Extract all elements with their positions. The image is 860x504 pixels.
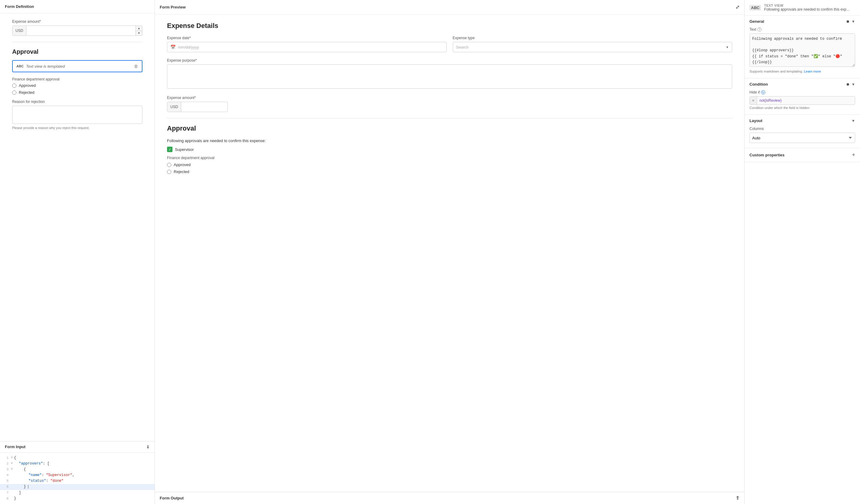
purpose-label: Expense purpose* [167,58,732,62]
form-preview-body: Expense Details Expense date* 📅 mm/dd/yy… [155,15,744,492]
columns-label-text: Columns [749,127,764,131]
form-input-panel: Form Input ⇓ 1 ∨ { 2 ∨ "approvers": [ 3 … [0,441,155,504]
general-chevron: ▼ [851,19,855,24]
rejection-label: Reason for rejection [12,100,142,104]
approval-section: Approval ABC Text view is templated 🗑 Fi… [12,48,142,130]
condition-chevron: ▼ [851,82,855,87]
currency-prefix: USD [12,26,26,35]
radio-rejected[interactable]: Rejected [12,90,142,95]
right-panel: ABC TEXT VIEW Following approvals are ne… [745,0,860,504]
rejection-helper: Please provide a reason why you reject t… [12,126,142,130]
approval-item-supervisor: ✓ Supervisor [167,147,732,152]
spinner-down[interactable]: ▼ [136,31,142,36]
calendar-icon: 📅 [170,45,175,49]
spinner-up[interactable]: ▲ [136,26,142,31]
purpose-textarea[interactable] [167,64,732,89]
right-panel-header-text: TEXT VIEW Following approvals are needed… [764,4,849,12]
radio-approved-input[interactable] [12,84,16,88]
text-view-type: TEXT VIEW [764,4,849,7]
radio-approved-preview[interactable]: Approved [167,162,732,167]
form-preview-title: Form Preview [160,5,186,10]
form-input-title: Form Input [5,445,26,449]
text-help-icon: ? [757,27,762,32]
hide-if-text: Hide if [749,90,760,95]
custom-props-header: Custom properties + [745,148,860,162]
form-input-header: Form Input ⇓ [0,442,155,453]
expense-details-title: Expense Details [167,22,732,30]
condition-controls: ▼ [847,82,855,87]
abc-badge: ABC [16,64,24,68]
text-view-block[interactable]: ABC Text view is templated 🗑 [12,60,142,72]
form-output-bar: Form Output ⇑ [155,492,744,504]
form-input-collapse[interactable]: ⇓ [146,445,150,449]
form-output-title: Form Output [160,496,184,500]
general-section: General ▼ Text ? Following approvals are… [745,15,860,78]
condition-section: Condition ▼ Hide if ↻ = not(isReview) Co… [745,78,860,115]
general-section-header[interactable]: General ▼ [745,15,860,27]
condition-body: Hide if ↻ = not(isReview) Condition unde… [745,90,860,114]
spinner-buttons: ▲ ▼ [135,26,142,35]
supports-text: Supports markdown and templating. Learn … [749,70,855,73]
amount-group-preview: Expense amount* USD ▲ ▼ [167,96,732,112]
check-icon: ✓ [167,147,172,152]
condition-input[interactable]: = not(isReview) [749,96,855,105]
code-line-2: 2 ∨ "approvers": [ [0,461,155,467]
condition-desc: Condition under which the field is hidde… [749,106,855,110]
refresh-icon[interactable]: ↻ [761,90,765,95]
preview-divider [167,118,732,118]
expense-amount-input-row: USD ▲ ▼ [12,26,142,36]
rejection-textarea[interactable] [12,106,142,124]
amount-label-preview: Expense amount* [167,96,732,100]
code-line-5: 5 ∨ "status": "done" [0,478,155,484]
add-custom-prop-icon[interactable]: + [852,152,855,158]
radio-approved-label: Approved [19,83,36,88]
condition-value: not(isReview) [757,97,855,104]
delete-icon[interactable]: 🗑 [134,64,138,69]
form-definition-panel: Form Definition Expense amount* USD ▲ ▼ … [0,0,155,504]
text-code-textarea[interactable]: Following approvals are needed to confir… [749,33,855,67]
divider-1 [12,42,142,42]
approval-note: Following approvals are needed to confir… [167,139,732,143]
code-line-4: 4 ∨ "name": "Supervisor", [0,472,155,478]
code-line-3: 3 ∨ { [0,467,155,472]
radio-approved[interactable]: Approved [12,83,142,88]
radio-approved-label-preview: Approved [174,162,191,167]
form-definition-header: Form Definition [0,0,155,13]
radio-rejected-label-preview: Rejected [174,169,189,174]
radio-rejected-input[interactable] [12,90,16,95]
purpose-group: Expense purpose* [167,58,732,89]
code-line-8: 8 ∨ } [0,496,155,502]
text-view-subtitle: Following approvals are needed to confir… [764,7,849,12]
expand-icon[interactable]: ⤢ [735,4,740,10]
general-controls: ▼ [847,19,855,24]
type-chevron: ▼ [726,45,729,49]
amount-field-preview[interactable] [181,105,228,109]
condition-title: Condition [749,82,768,87]
learn-more-link[interactable]: Learn more [804,70,821,73]
form-output-collapse[interactable]: ⇑ [735,495,740,501]
form-definition-body: Expense amount* USD ▲ ▼ Approval ABC Tex… [0,13,155,441]
radio-rejected-preview[interactable]: Rejected [167,169,732,174]
radio-rejected-input-preview[interactable] [167,170,171,174]
abc-icon-large: ABC [749,5,761,11]
custom-props-section: Custom properties + [745,148,860,162]
layout-body: Columns Auto 1 2 3 4 [745,127,860,148]
layout-section-header[interactable]: Layout ▼ [745,115,860,127]
general-dot [847,20,849,23]
right-panel-header: ABC TEXT VIEW Following approvals are ne… [745,0,860,15]
type-placeholder: Search [456,45,469,49]
radio-group-approval: Approved Rejected [12,83,142,95]
radio-approved-input-preview[interactable] [167,163,171,167]
expense-amount-input[interactable] [26,29,135,33]
columns-select[interactable]: Auto 1 2 3 4 [749,133,855,143]
text-view-label: Text view is templated [26,64,65,69]
type-group: Expense type Search ▼ [453,36,732,52]
date-group: Expense date* 📅 mm/dd/yyyy [167,36,447,52]
layout-section: Layout ▼ Columns Auto 1 2 3 4 [745,115,860,148]
date-input[interactable]: 📅 mm/dd/yyyy [167,42,447,52]
code-editor[interactable]: 1 ∨ { 2 ∨ "approvers": [ 3 ∨ { 4 ∨ "name… [0,453,155,504]
condition-section-header[interactable]: Condition ▼ [745,78,860,90]
type-select[interactable]: Search ▼ [453,42,732,52]
type-label: Expense type [453,36,732,40]
layout-title: Layout [749,118,762,123]
